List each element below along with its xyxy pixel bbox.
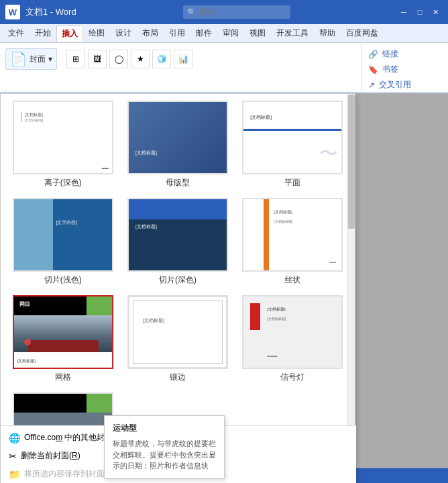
cover-thumb-sizhuang: [文档标题] [文档副标题] ▬▬	[242, 198, 343, 272]
menu-bar: 文件 开始 插入 绘图 设计 布局 引用 邮件 审阅 视图 开发工具 帮助 百度…	[0, 24, 448, 43]
cover-label-xiangbian: 镶边	[170, 372, 186, 383]
picture-icon[interactable]: 🖼	[88, 50, 107, 68]
cover-item-lizuozi[interactable]: [文档标题] [文档副标题] ▬▬ 离子(深色)	[9, 101, 117, 189]
cover-label-sizhuang: 丝状	[284, 274, 300, 286]
menu-draw[interactable]: 绘图	[83, 25, 110, 42]
menu-mail[interactable]: 邮件	[190, 25, 217, 42]
link-hyperlink[interactable]: 🔗 链接	[368, 48, 441, 60]
link-bookmark[interactable]: 🔖 书签	[368, 64, 441, 75]
menu-review[interactable]: 审阅	[217, 25, 244, 42]
cover-dropdown-arrow: ▾	[48, 54, 52, 64]
cover-label-mubanxing: 母版型	[166, 177, 190, 189]
cover-label-wangge: 网格	[55, 372, 71, 383]
cover-thumb-mubanxing: [文档标题]	[127, 101, 228, 174]
ribbon: 📄 封面 ▾ ⊞ 🖼 ◯ ★ 🧊 📊 🔗 链接	[0, 43, 448, 93]
menu-layout[interactable]: 布局	[137, 25, 164, 42]
menu-reference[interactable]: 引用	[164, 25, 190, 42]
content-area: [文档标题] [文档副标题] ▬▬ 离子(深色) [文档标题] 母版型	[0, 93, 448, 468]
tooltip-box: 运动型 标题带虎纹，与带虎纹的提要栏交相辉映。提要栏中包含突出显示的日期；照片和…	[104, 415, 225, 479]
dropdown-scrollbar[interactable]	[347, 94, 355, 425]
tooltip-text: 标题带虎纹，与带虎纹的提要栏交相辉映。提要栏中包含突出显示的日期；照片和作者信息…	[113, 438, 216, 472]
cover-thumb-qiepian-dark: [文档标题]	[127, 198, 228, 272]
cover-thumb-xiangbian: [文档标题]	[127, 295, 228, 369]
cover-thumb-qiepian-light: [文字内容]	[13, 198, 113, 272]
link-crossref[interactable]: ↗ 交叉引用	[368, 79, 441, 91]
menu-design[interactable]: 设计	[110, 25, 137, 42]
cover-label-qiepian-dark: 切片(深色)	[159, 274, 197, 286]
cover-item-xiangbian[interactable]: [文档标题] 镶边	[123, 295, 231, 383]
menu-file[interactable]: 文件	[3, 25, 30, 42]
cover-icon: 📄	[10, 51, 27, 67]
cover-item-wangge[interactable]: 网目 [文档标题] 网格	[9, 295, 117, 383]
cover-label: 封面	[30, 54, 46, 65]
3d-icon[interactable]: 🧊	[152, 50, 171, 68]
cover-thumb-xinhao: [文档标题] [文档副标题] ▬▬▬	[242, 295, 343, 369]
cover-label-xinhao: 信号灯	[280, 372, 304, 383]
cover-item-sizhuang[interactable]: [文档标题] [文档副标题] ▬▬ 丝状	[239, 198, 347, 286]
crossref-icon: ↗	[368, 80, 375, 90]
menu-view[interactable]: 视图	[244, 25, 271, 42]
search-input[interactable]	[183, 5, 290, 19]
close-button[interactable]: ✕	[429, 5, 443, 19]
icons-btn[interactable]: ★	[131, 50, 150, 68]
bookmark-icon: 🔖	[368, 65, 378, 74]
cover-label-lizuozi: 离子(深色)	[44, 177, 82, 189]
globe-icon: 🌐	[9, 433, 20, 443]
cover-label-pingmian: 平面	[284, 177, 300, 189]
cover-item-xinhao[interactable]: [文档标题] [文档副标题] ▬▬▬ 信号灯	[239, 295, 347, 383]
title-text: 文档1 - Word	[25, 6, 76, 18]
cover-button[interactable]: 📄 封面 ▾	[5, 48, 57, 70]
table-icon[interactable]: ⊞	[66, 50, 85, 68]
menu-help[interactable]: 帮助	[314, 25, 341, 42]
menu-baidu[interactable]: 百度网盘	[341, 25, 384, 42]
right-links-panel: 🔗 链接 🔖 书签 ↗ 交叉引用 链接	[361, 43, 448, 92]
menu-insert[interactable]: 插入	[56, 25, 83, 42]
word-icon: W	[5, 5, 20, 19]
title-bar-left: W 文档1 - Word	[5, 5, 76, 19]
shapes-icon[interactable]: ◯	[109, 50, 128, 68]
cover-thumb-pingmian: [文档标题] 〜	[242, 101, 343, 174]
tooltip-title: 运动型	[113, 423, 216, 434]
cover-item-mubanxing[interactable]: [文档标题] 母版型	[123, 101, 231, 189]
cover-thumb-lizuozi: [文档标题] [文档副标题] ▬▬	[13, 101, 113, 174]
minimize-button[interactable]: ─	[397, 5, 410, 19]
search-container: 🔍	[183, 5, 290, 19]
menu-start[interactable]: 开始	[30, 25, 56, 42]
cover-item-qiepian-light[interactable]: [文字内容] 切片(浅色)	[9, 198, 117, 286]
chart-icon[interactable]: 📊	[174, 50, 192, 68]
window-controls: ─ □ ✕	[397, 5, 443, 19]
scissors-icon: ✂	[9, 451, 17, 462]
app-wrapper: W 文档1 - Word 🔍 ─ □ ✕ 文件 开始 插入 绘图 设计 布局 引…	[0, 0, 448, 483]
maximize-button[interactable]: □	[413, 5, 427, 19]
cover-thumb-wangge: 网目 [文档标题]	[13, 295, 113, 369]
cover-item-pingmian[interactable]: [文档标题] 〜 平面	[239, 101, 347, 189]
link-icon: 🔗	[368, 50, 378, 59]
menu-dev[interactable]: 开发工具	[271, 25, 314, 42]
folder-icon: 📁	[9, 469, 20, 480]
cover-label-qiepian-light: 切片(浅色)	[44, 274, 82, 286]
cover-item-qiepian-dark[interactable]: [文档标题] 切片(深色)	[123, 198, 231, 286]
title-bar: W 文档1 - Word 🔍 ─ □ ✕	[0, 0, 448, 24]
scrollbar-thumb[interactable]	[348, 95, 355, 229]
